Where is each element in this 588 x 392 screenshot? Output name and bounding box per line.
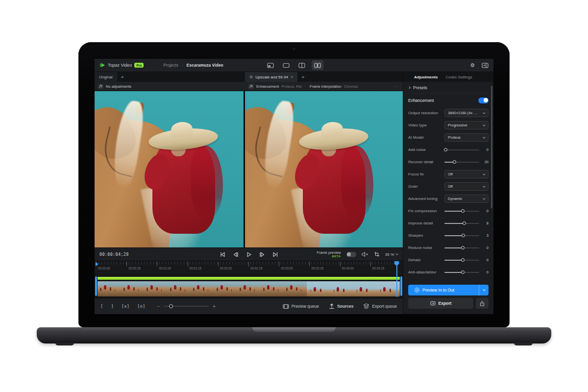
slider-knob[interactable] [461, 209, 465, 213]
control-label: Reduce noise [408, 245, 432, 250]
sidebar-scrollbar[interactable] [491, 86, 492, 208]
view-pip-icon[interactable] [265, 60, 276, 70]
dropdown[interactable]: Progressive [444, 121, 489, 129]
add-tab-right-icon[interactable]: + [297, 74, 308, 80]
slider[interactable]: 0 [444, 245, 489, 250]
major-tick [188, 262, 188, 267]
slider[interactable]: 8 [444, 221, 489, 225]
slider[interactable]: 3 [444, 233, 489, 238]
breadcrumb-projects[interactable]: Projects [163, 63, 178, 68]
slider-track[interactable] [444, 235, 479, 236]
slider-knob[interactable] [461, 270, 465, 274]
filmstrip[interactable] [98, 281, 400, 296]
filmstrip-frame[interactable] [214, 281, 237, 296]
view-split-icon[interactable] [296, 60, 308, 70]
dropdown[interactable]: 3840×2160 (4x … [444, 109, 489, 117]
pro-badge: Pro [134, 63, 144, 68]
slider[interactable]: 0 [444, 209, 489, 213]
filmstrip-frame[interactable] [167, 281, 190, 296]
filmstrip-frame[interactable] [98, 281, 121, 296]
crop-icon[interactable] [374, 251, 380, 257]
zoom-level-select[interactable]: 35 % [385, 252, 398, 257]
filmstrip-frame[interactable] [191, 281, 214, 296]
step-back-button[interactable] [232, 251, 239, 258]
filmstrip-frame[interactable] [307, 281, 330, 296]
skip-to-end-button[interactable] [272, 251, 278, 258]
filmstrip-frame[interactable] [237, 281, 260, 296]
filmstrip-frame[interactable] [353, 281, 376, 296]
zoom-out-icon[interactable]: − [157, 304, 160, 309]
slider-track[interactable] [444, 162, 479, 163]
fx-icon[interactable]: ƒx [98, 84, 103, 89]
view-single-icon[interactable] [280, 60, 292, 70]
slider-track[interactable] [444, 247, 479, 248]
dropdown-value: Progressive [448, 123, 483, 127]
add-tab-left-icon[interactable]: + [117, 74, 128, 80]
filmstrip-frame[interactable] [144, 281, 167, 296]
sources-button[interactable]: Sources [329, 303, 354, 309]
play-button[interactable] [245, 251, 252, 258]
slider-track[interactable] [444, 272, 479, 273]
export-button[interactable]: Export [408, 298, 473, 309]
dropdown[interactable]: Off [444, 170, 489, 178]
slider-knob[interactable] [453, 160, 456, 164]
chevron-down-icon [483, 111, 486, 114]
dropdown[interactable]: Dynamic [444, 195, 489, 203]
set-out-button[interactable]: ] [111, 304, 113, 309]
slider-track[interactable] [444, 211, 479, 212]
tab-original[interactable]: Original [95, 72, 117, 82]
close-tab-icon[interactable]: × [291, 74, 293, 79]
slider-knob[interactable] [444, 148, 447, 151]
slider-knob[interactable] [461, 258, 465, 262]
toggle-sidebar-icon[interactable] [482, 63, 489, 68]
control-row-grain: GrainOff [408, 180, 489, 193]
dropdown[interactable]: Proteus [444, 133, 489, 142]
tab-upscale[interactable]: ⚙ Upscale and 59.94 × [245, 72, 297, 82]
preview-queue-button[interactable]: Preview queue [283, 304, 319, 309]
view-side-by-side-icon[interactable] [312, 60, 323, 70]
filmstrip-frame[interactable] [330, 281, 353, 296]
enhancement-toggle[interactable] [478, 98, 489, 103]
presets-row[interactable]: Presets [408, 82, 489, 94]
clear-in-out-button[interactable]: [x] [122, 304, 129, 309]
slider-track[interactable] [444, 223, 479, 224]
slider-knob[interactable] [463, 221, 466, 225]
tab-codec-settings[interactable]: Codec Settings [445, 75, 472, 79]
slider-knob[interactable] [461, 246, 465, 249]
slider-track[interactable] [444, 149, 479, 150]
skip-to-start-button[interactable] [219, 251, 225, 258]
settings-gear-icon[interactable]: ⚙ [470, 63, 475, 68]
slider-track[interactable] [444, 260, 479, 261]
trim-handle-left[interactable] [95, 276, 97, 296]
loop-in-out-button[interactable]: [o] [137, 304, 145, 309]
slider[interactable]: 0 [444, 270, 489, 274]
set-in-button[interactable]: [ [100, 304, 103, 309]
filmstrip-frame[interactable] [260, 281, 283, 296]
step-forward-button[interactable] [259, 251, 265, 258]
filmstrip-frame[interactable] [284, 281, 307, 296]
preview-in-to-out-button[interactable]: Preview In to Out [408, 285, 489, 295]
preview-options-split[interactable] [479, 285, 489, 295]
bottom-toolbar: [][x][o] − + Pr [95, 298, 403, 314]
zoom-slider-knob[interactable] [169, 304, 173, 308]
trim-handle-right[interactable] [400, 276, 402, 296]
control-row-sharpen: Sharpen3 [408, 229, 489, 242]
overflow-menu-icon[interactable]: ··· [394, 84, 399, 89]
export-queue-button[interactable]: Export queue [363, 303, 397, 309]
slider-knob[interactable] [462, 234, 465, 237]
fx-icon[interactable]: ƒx [248, 84, 254, 89]
slider[interactable]: 0 [444, 147, 489, 152]
timeline-ruler[interactable]: 00:00:0000:00:1500:01:0000:01:1500:02:00… [95, 261, 403, 274]
dropdown[interactable]: Off [444, 182, 489, 191]
filmstrip-frame[interactable] [121, 281, 144, 296]
playhead[interactable] [394, 261, 399, 297]
zoom-in-icon[interactable]: + [213, 304, 216, 309]
timeline-zoom-slider[interactable] [164, 306, 209, 307]
slider[interactable]: 0 [444, 258, 489, 262]
share-button[interactable] [476, 298, 489, 309]
playback-controls [219, 248, 278, 261]
frame-preview-toggle[interactable] [346, 252, 356, 257]
tab-adjustments[interactable]: Adjustments [414, 75, 438, 79]
mute-audio-icon[interactable] [362, 251, 368, 257]
slider[interactable]: 20 [444, 160, 489, 164]
